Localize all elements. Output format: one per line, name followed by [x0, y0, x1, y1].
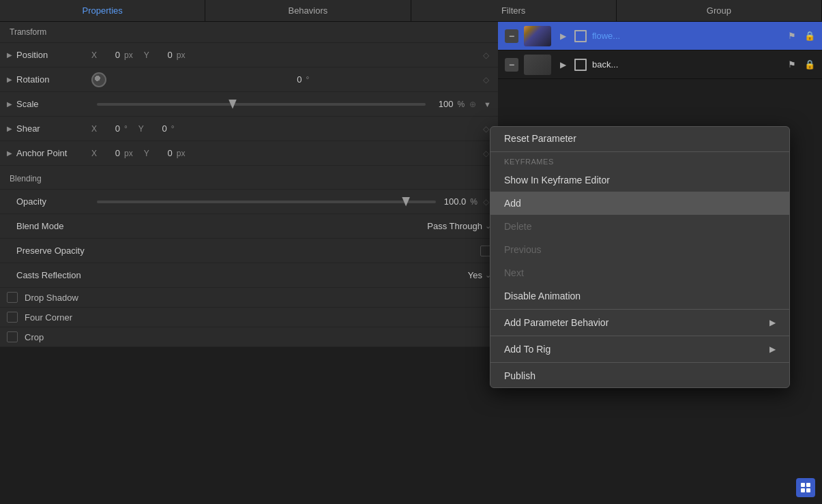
position-row: ▶ Position X 0 px Y 0 px ◇: [0, 43, 498, 68]
ctx-delete: Delete: [490, 215, 789, 238]
scale-slider-track[interactable]: [97, 103, 426, 106]
shear-y-value[interactable]: 0: [148, 123, 167, 134]
position-x-label: X: [91, 50, 97, 60]
ctx-separator-3: [490, 336, 789, 336]
four-corner-checkbox[interactable]: [7, 312, 18, 323]
opacity-unit: %: [470, 197, 478, 207]
shear-x-value[interactable]: 0: [101, 123, 120, 134]
svg-rect-3: [806, 488, 810, 492]
ctx-add[interactable]: Add: [490, 192, 789, 215]
crop-checkbox[interactable]: [7, 331, 18, 342]
casts-reflection-label: Casts Reflection: [16, 270, 91, 280]
position-expand-arrow[interactable]: ▶: [7, 51, 16, 59]
anchor-point-expand-arrow[interactable]: ▶: [7, 149, 16, 157]
tab-filters[interactable]: Filters: [411, 0, 617, 21]
timeline-name-back[interactable]: back...: [592, 59, 782, 70]
timeline-lock-back[interactable]: 🔒: [804, 59, 815, 70]
tab-behaviors[interactable]: Behaviors: [205, 0, 411, 21]
casts-reflection-row: ▶ Casts Reflection Yes ⌄: [0, 263, 498, 288]
ctx-publish[interactable]: Publish: [490, 364, 789, 387]
ctx-keyframes-label: KEYFRAMES: [490, 153, 789, 168]
opacity-row: ▶ Opacity 100.0 % ◇: [0, 190, 498, 214]
crop-row: Crop: [0, 327, 498, 347]
position-keyframe-diamond[interactable]: ◇: [480, 50, 491, 61]
ctx-reset-parameter[interactable]: Reset Parameter: [490, 127, 789, 150]
timeline-thumb-back: [524, 55, 551, 75]
drop-shadow-row: Drop Shadow: [0, 288, 498, 308]
ctx-add-to-rig[interactable]: Add To Rig ▶: [490, 338, 789, 361]
anchor-x-unit: px: [124, 149, 133, 158]
timeline-layer-icon-flower: [574, 30, 587, 42]
timeline-play-back[interactable]: ▶: [557, 59, 569, 71]
scale-expand-arrow[interactable]: ▶: [7, 100, 16, 108]
bottom-right-icon[interactable]: [796, 478, 815, 497]
timeline-thumb-flower: [524, 26, 551, 46]
casts-reflection-select[interactable]: Yes ⌄: [468, 270, 491, 280]
shear-row: ▶ Shear X 0 ° Y 0 ° ◇: [0, 117, 498, 141]
position-y-label: Y: [144, 50, 149, 60]
scale-dropdown-arrow[interactable]: ▼: [484, 100, 491, 108]
shear-y-label: Y: [138, 124, 144, 134]
shear-expand-arrow[interactable]: ▶: [7, 125, 16, 132]
opacity-slider-track[interactable]: [97, 201, 436, 203]
anchor-x-label: X: [91, 149, 97, 158]
preserve-opacity-row: ▶ Preserve Opacity: [0, 239, 498, 263]
rotation-keyframe-diamond[interactable]: ◇: [480, 74, 491, 85]
anchor-y-unit: px: [177, 149, 186, 158]
timeline-row-back[interactable]: − ▶ back... ⚑ 🔒: [498, 50, 822, 79]
timeline-minus-flower[interactable]: −: [505, 29, 518, 43]
position-x-unit: px: [124, 50, 133, 60]
timeline-lock-flower[interactable]: 🔒: [804, 31, 815, 42]
opacity-slider-thumb[interactable]: [402, 197, 410, 207]
blend-mode-select[interactable]: Pass Through ⌄: [427, 221, 491, 231]
context-menu[interactable]: Reset Parameter KEYFRAMES Show In Keyfra…: [490, 126, 790, 388]
preserve-opacity-label: Preserve Opacity: [16, 246, 91, 256]
timeline-flag-back[interactable]: ⚑: [788, 59, 799, 70]
timeline-flag-flower[interactable]: ⚑: [788, 31, 799, 42]
shear-label: Shear: [16, 123, 91, 134]
timeline-name-flower[interactable]: flowe...: [592, 31, 782, 41]
scale-unit: %: [457, 100, 465, 109]
timeline-row-flower[interactable]: − ▶ flowe... ⚑ 🔒: [498, 22, 822, 50]
scale-keyframe-diamond[interactable]: ⊕: [467, 99, 478, 110]
position-label: Position: [16, 50, 91, 60]
tab-properties[interactable]: Properties: [0, 0, 205, 21]
scale-value[interactable]: 100: [434, 99, 453, 109]
ctx-next: Next: [490, 261, 789, 284]
four-corner-label: Four Corner: [25, 312, 72, 323]
position-y-value[interactable]: 0: [153, 50, 173, 60]
shear-x-unit: °: [124, 124, 128, 134]
anchor-y-value[interactable]: 0: [153, 148, 173, 158]
ctx-show-keyframe-editor[interactable]: Show In Keyframe Editor: [490, 168, 789, 192]
rotation-value[interactable]: 0: [283, 74, 302, 85]
svg-rect-2: [801, 488, 805, 492]
opacity-value[interactable]: 100.0: [444, 196, 467, 207]
scale-row: ▶ Scale 100 % ⊕ ▼: [0, 92, 498, 117]
scale-slider-thumb[interactable]: [229, 100, 237, 109]
shear-x-label: X: [91, 124, 97, 134]
crop-label: Crop: [25, 332, 44, 342]
timeline-play-flower[interactable]: ▶: [557, 30, 569, 42]
rotation-label: Rotation: [16, 74, 91, 85]
ctx-add-to-rig-arrow: ▶: [769, 344, 776, 354]
ctx-separator-1: [490, 151, 789, 152]
properties-panel: Transform ▶ Position X 0 px Y 0 px ◇ ▶: [0, 22, 498, 347]
drop-shadow-checkbox[interactable]: [7, 292, 18, 303]
ctx-separator-2: [490, 309, 789, 310]
ctx-separator-4: [490, 362, 789, 363]
timeline-layer-icon-back: [574, 59, 587, 71]
tab-group[interactable]: Group: [617, 0, 822, 21]
drop-shadow-label: Drop Shadow: [25, 293, 78, 303]
ctx-add-parameter-behavior[interactable]: Add Parameter Behavior ▶: [490, 311, 789, 334]
ctx-add-parameter-behavior-arrow: ▶: [769, 318, 776, 327]
anchor-y-label: Y: [144, 149, 149, 158]
four-corner-row: Four Corner: [0, 308, 498, 327]
position-x-value[interactable]: 0: [101, 50, 120, 60]
position-y-unit: px: [177, 50, 186, 60]
timeline-minus-back[interactable]: −: [505, 58, 518, 72]
rotation-expand-arrow[interactable]: ▶: [7, 76, 16, 83]
ctx-disable-animation[interactable]: Disable Animation: [490, 284, 789, 308]
anchor-x-value[interactable]: 0: [101, 148, 120, 158]
blending-section-header: Blending: [0, 168, 498, 190]
rotation-dial[interactable]: [91, 72, 106, 87]
